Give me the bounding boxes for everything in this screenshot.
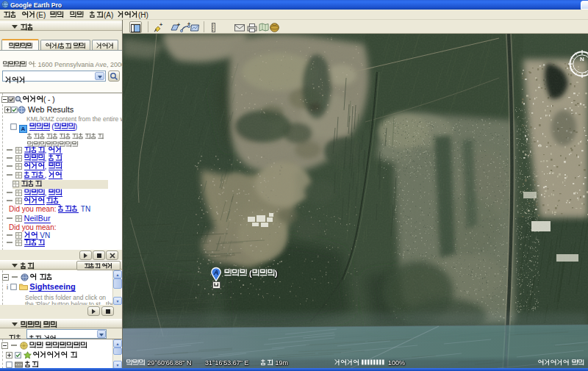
svg-text:A: A (213, 269, 219, 276)
svg-text:N: N (580, 56, 584, 62)
svg-text:+: + (159, 22, 162, 27)
